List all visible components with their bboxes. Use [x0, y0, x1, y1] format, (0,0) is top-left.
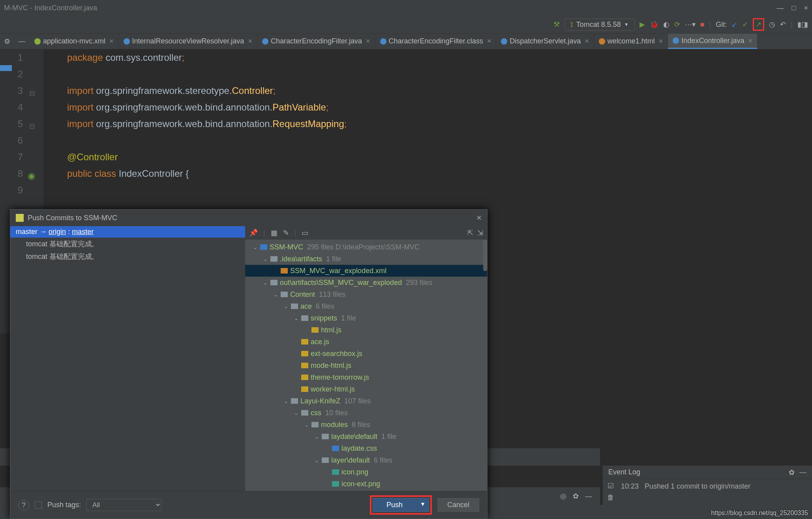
- mark-read-icon[interactable]: ☑: [608, 482, 614, 490]
- tab-characterencodingfilter-class[interactable]: CharacterEncodingFilter.class×: [375, 34, 497, 49]
- expand-icon[interactable]: ⌄: [314, 457, 319, 463]
- trash-icon[interactable]: 🗑: [607, 493, 614, 502]
- tree-row[interactable]: worker-html.js: [245, 383, 487, 395]
- push-dropdown-arrow[interactable]: ▼: [416, 498, 429, 512]
- folder-icon: [311, 422, 319, 427]
- close-icon[interactable]: ×: [585, 37, 589, 45]
- file-name: SSM-MVC: [270, 243, 303, 251]
- push-tags-checkbox[interactable]: [35, 502, 42, 509]
- run-icon[interactable]: ▶: [639, 20, 645, 29]
- coverage-icon[interactable]: ◐: [663, 20, 669, 29]
- tree-row[interactable]: icon.png: [245, 466, 487, 478]
- edit-icon[interactable]: ✎: [283, 229, 289, 237]
- files-tree[interactable]: ⌄SSM-MVC295 files D:\IdeaProjects\SSM-MV…: [245, 240, 487, 491]
- remote-name[interactable]: origin: [49, 228, 66, 236]
- tree-row[interactable]: ⌄.idea\artifacts1 file: [245, 253, 487, 265]
- scrollbar[interactable]: [483, 240, 487, 271]
- tab-internalresourceviewresolver-java[interactable]: InternalResourceViewResolver.java×: [119, 34, 257, 49]
- expand-icon[interactable]: ⌄: [314, 434, 319, 440]
- tree-row[interactable]: ⌄SSM-MVC295 files D:\IdeaProjects\SSM-MV…: [245, 241, 487, 253]
- group-icon[interactable]: ▦: [271, 229, 278, 237]
- tree-row[interactable]: ⌄snippets1 file: [245, 312, 487, 324]
- git-history-icon[interactable]: ◷: [769, 20, 775, 29]
- hide-icon[interactable]: —: [585, 492, 592, 500]
- tree-row[interactable]: ⌄css10 files: [245, 407, 487, 419]
- dialog-titlebar[interactable]: Push Commits to SSM-MVC ×: [10, 210, 487, 226]
- expand-icon[interactable]: ⇱: [467, 229, 473, 237]
- close-icon[interactable]: ×: [366, 37, 370, 45]
- attach-icon[interactable]: ⋯▾: [685, 20, 696, 29]
- git-push-icon[interactable]: ↗: [756, 21, 761, 28]
- pin-icon[interactable]: 📌: [249, 229, 258, 237]
- file-name: icon.png: [341, 468, 368, 476]
- expand-icon[interactable]: ⌄: [283, 304, 289, 309]
- close-icon[interactable]: ×: [109, 37, 114, 45]
- close-icon[interactable]: ×: [248, 37, 252, 45]
- tab-indexcontroller-java[interactable]: IndexController.java×: [668, 34, 758, 49]
- tree-row[interactable]: SSM_MVC_war_exploded.xml: [245, 265, 487, 277]
- close-icon[interactable]: ×: [476, 213, 482, 223]
- tree-row[interactable]: ⌄modules8 files: [245, 419, 487, 431]
- expand-icon[interactable]: ⌄: [304, 422, 309, 428]
- tab-application-mvc-xml[interactable]: application-mvc.xml×: [30, 34, 119, 49]
- close-icon[interactable]: ×: [487, 37, 491, 45]
- expand-icon[interactable]: ⌄: [293, 410, 299, 416]
- tree-row[interactable]: ext-searchbox.js: [245, 348, 487, 360]
- tree-row[interactable]: laydate.css: [245, 442, 487, 454]
- tree-row[interactable]: ace.js: [245, 336, 487, 348]
- expand-icon[interactable]: ⌄: [283, 398, 289, 404]
- git-revert-icon[interactable]: ↶: [780, 20, 786, 29]
- tree-row[interactable]: ⌄out\artifacts\SSM_MVC_war_exploded293 f…: [245, 277, 487, 289]
- tree-row[interactable]: ⌄Layui-KnifeZ107 files: [245, 395, 487, 407]
- profile-icon[interactable]: ⟳: [674, 20, 680, 29]
- maximize-icon[interactable]: □: [792, 4, 796, 12]
- expand-icon[interactable]: ⌄: [252, 244, 258, 250]
- commit-item[interactable]: tomcat 基础配置完成,: [10, 238, 245, 250]
- collapse-icon[interactable]: ⇲: [477, 229, 483, 237]
- tree-row[interactable]: icon-ext.png: [245, 478, 487, 490]
- help-icon[interactable]: ?: [18, 500, 29, 511]
- tab-characterencodingfilter-java[interactable]: CharacterEncodingFilter.java×: [257, 34, 375, 49]
- expand-icon[interactable]: ⌄: [263, 256, 268, 262]
- tree-row[interactable]: html.js: [245, 324, 487, 336]
- tab-welcome1-html[interactable]: welcome1.html×: [594, 34, 668, 49]
- gear-icon[interactable]: ⚙: [4, 37, 10, 46]
- close-icon[interactable]: ×: [748, 37, 752, 45]
- git-update-icon[interactable]: ↙: [731, 20, 737, 29]
- minimize-icon[interactable]: —: [777, 4, 784, 12]
- cancel-button[interactable]: Cancel: [437, 498, 479, 512]
- hammer-build-icon[interactable]: ⚒: [553, 20, 560, 29]
- push-tags-select[interactable]: All: [86, 499, 161, 511]
- debug-icon[interactable]: 🐞: [650, 20, 658, 29]
- tree-row[interactable]: ⌄Content113 files: [245, 289, 487, 300]
- tree-row[interactable]: ⌄laydate\default1 file: [245, 431, 487, 442]
- run-config-selector[interactable]: ⟟ Tomcat 8.5.58 ▼: [564, 19, 635, 31]
- search-everywhere-icon[interactable]: ▮◨: [797, 20, 808, 29]
- gear-icon[interactable]: ✿: [789, 468, 795, 477]
- files-toolbar: 📌 | ▦ ✎ | ▭ ⇱ ⇲: [245, 226, 487, 240]
- tree-row[interactable]: mode-html.js: [245, 360, 487, 371]
- target-icon[interactable]: ◎: [560, 492, 566, 500]
- stop-icon[interactable]: ■: [700, 21, 705, 29]
- project-tool-stripe[interactable]: [0, 65, 12, 71]
- expand-icon[interactable]: ⌄: [293, 315, 299, 321]
- tree-row[interactable]: ⌄ace6 files: [245, 300, 487, 312]
- push-button[interactable]: Push: [373, 498, 416, 512]
- hide-icon[interactable]: —: [19, 37, 26, 45]
- close-window-icon[interactable]: ×: [804, 4, 808, 12]
- expand-icon[interactable]: ⌄: [263, 280, 268, 286]
- file-name: laydate\default: [331, 433, 377, 441]
- expand-icon[interactable]: ⌄: [273, 292, 278, 298]
- tree-row[interactable]: theme-tomorrow.js: [245, 371, 487, 383]
- hide-icon[interactable]: —: [799, 468, 806, 477]
- preview-icon[interactable]: ▭: [302, 229, 308, 237]
- file-meta: 113 files: [319, 290, 345, 299]
- remote-branch[interactable]: master: [72, 228, 94, 236]
- git-commit-icon[interactable]: ✓: [742, 20, 748, 29]
- gear-icon[interactable]: ✿: [573, 492, 579, 500]
- commit-item[interactable]: tomcat 基础配置完成,: [10, 250, 245, 263]
- tree-row[interactable]: ⌄layer\default6 files: [245, 454, 487, 466]
- close-icon[interactable]: ×: [659, 37, 663, 45]
- branch-line[interactable]: master → origin : master: [10, 226, 245, 238]
- tab-dispatcherservlet-java[interactable]: DispatcherServlet.java×: [496, 34, 594, 49]
